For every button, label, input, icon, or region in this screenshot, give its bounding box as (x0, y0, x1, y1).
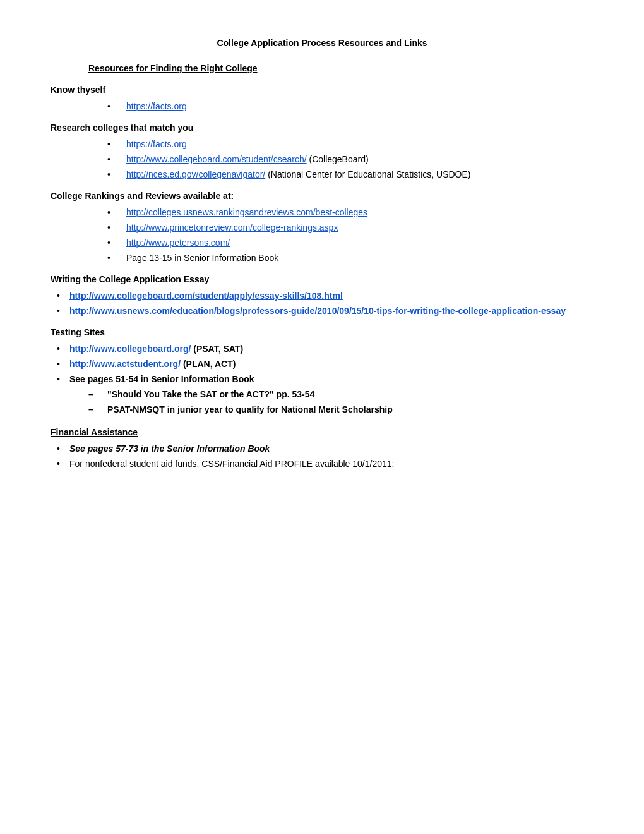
usnews-colleges-link[interactable]: http://colleges.usnews.rankingsandreview… (126, 207, 367, 217)
list-item: http://www.usnews.com/education/blogs/pr… (51, 306, 593, 316)
collegeboard-suffix: (CollegeBoard) (307, 154, 369, 164)
senior-book-ref: Page 13-15 in Senior Information Book (126, 253, 278, 263)
list-item: https://facts.org (51, 139, 593, 149)
list-item: http://www.collegeboard.org/ (PSAT, SAT) (51, 344, 593, 354)
dash-sublist: "Should You Take the SAT or the ACT?" pp… (69, 389, 593, 414)
usnews-essay-link[interactable]: http://www.usnews.com/education/blogs/pr… (69, 306, 566, 316)
dash-item: "Should You Take the SAT or the ACT?" pp… (69, 389, 593, 399)
actstudent-link[interactable]: http://www.actstudent.org/ (69, 359, 181, 369)
section2-label: Writing the College Application Essay (51, 274, 593, 284)
collegeboard-org-link[interactable]: http://www.collegeboard.org/ (69, 344, 191, 354)
subsection3-label: College Rankings and Reviews available a… (51, 191, 593, 201)
list-item: https://facts.org (51, 101, 593, 111)
list-item: http://colleges.usnews.rankingsandreview… (51, 207, 593, 217)
subsection3-list: http://colleges.usnews.rankingsandreview… (51, 207, 593, 263)
facts-link-1[interactable]: https://facts.org (126, 101, 187, 111)
section1-heading: Resources for Finding the Right College (88, 63, 593, 73)
list-item: http://nces.ed.gov/collegenavigator/ (Na… (51, 169, 593, 179)
plan-act-suffix: (PLAN, ACT) (181, 359, 236, 369)
financial-item-2: For nonfederal student aid funds, CSS/Fi… (69, 459, 394, 469)
section4-list: See pages 57-73 in the Senior Informatio… (51, 444, 593, 469)
facts-link-2[interactable]: https://facts.org (126, 139, 187, 149)
subsection1-list: https://facts.org (51, 101, 593, 111)
list-item: Page 13-15 in Senior Information Book (51, 253, 593, 263)
psat-sat-suffix: (PSAT, SAT) (191, 344, 243, 354)
subsection2-label: Research colleges that match you (51, 123, 593, 133)
financial-item-1: See pages 57-73 in the Senior Informatio… (69, 444, 270, 454)
list-item: http://www.princetonreview.com/college-r… (51, 222, 593, 233)
princeton-link[interactable]: http://www.princetonreview.com/college-r… (126, 222, 338, 233)
dash-item: PSAT-NMSQT in junior year to qualify for… (69, 404, 593, 414)
section3-list: http://www.collegeboard.org/ (PSAT, SAT)… (51, 344, 593, 414)
list-item: http://www.petersons.com/ (51, 238, 593, 248)
nces-suffix: (National Center for Educational Statist… (265, 169, 470, 179)
section4-heading: Financial Assistance (51, 427, 593, 437)
page-title: College Application Process Resources an… (51, 38, 593, 48)
list-item: See pages 51-54 in Senior Information Bo… (51, 374, 593, 414)
subsection2-list: https://facts.org http://www.collegeboar… (51, 139, 593, 179)
subsection1-label: Know thyself (51, 85, 593, 95)
nces-link[interactable]: http://nces.ed.gov/collegenavigator/ (126, 169, 265, 179)
senior-book-pages: See pages 51-54 in Senior Information Bo… (69, 374, 254, 384)
section3-label: Testing Sites (51, 327, 593, 337)
essay-skills-link[interactable]: http://www.collegeboard.com/student/appl… (69, 291, 343, 301)
collegeboard-csearch-link[interactable]: http://www.collegeboard.com/student/csea… (126, 154, 307, 164)
list-item: http://www.collegeboard.com/student/appl… (51, 291, 593, 301)
list-item: http://www.actstudent.org/ (PLAN, ACT) (51, 359, 593, 369)
list-item: http://www.collegeboard.com/student/csea… (51, 154, 593, 164)
petersons-link[interactable]: http://www.petersons.com/ (126, 238, 230, 248)
list-item: For nonfederal student aid funds, CSS/Fi… (51, 459, 593, 469)
section2-list: http://www.collegeboard.com/student/appl… (51, 291, 593, 316)
list-item: See pages 57-73 in the Senior Informatio… (51, 444, 593, 454)
